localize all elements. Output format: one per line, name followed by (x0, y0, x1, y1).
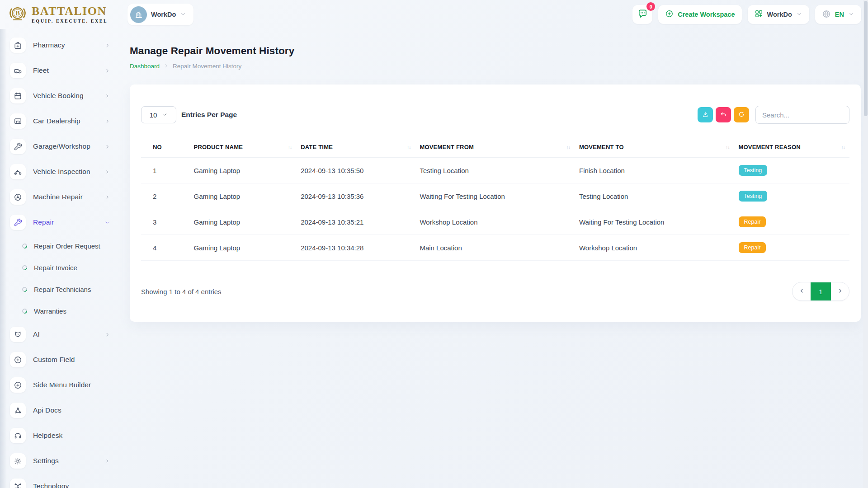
sidebar-item-machine-repair[interactable]: Machine Repair (10, 184, 118, 210)
chevron-left-icon (798, 287, 805, 296)
chevron-right-icon (104, 458, 110, 464)
sidebar-item-repair[interactable]: Repair (10, 210, 118, 235)
brand-tagline: EQUIP, EXECUTE, EXEL (32, 19, 108, 23)
table-actions (698, 106, 849, 124)
column-header-movement-to[interactable]: MOVEMENT TO↑↓ (575, 139, 734, 158)
submenu-bullet-icon (21, 286, 28, 292)
sidebar-item-api-docs[interactable]: Api Docs (10, 398, 118, 423)
cell-movement-reason: Repair (734, 235, 849, 261)
grid-plus-icon (755, 9, 763, 19)
sidebar-item-label: Car Dealership (33, 117, 97, 125)
sidebar-item-helpdesk[interactable]: Helpdesk (10, 423, 118, 448)
create-workspace-button[interactable]: Create Workspace (658, 5, 741, 24)
column-header-inner: MOVEMENT REASON↑↓ (739, 144, 845, 150)
sidebar-subitem-repair-invoice[interactable]: Repair Invoice (10, 257, 118, 278)
column-header-inner: MOVEMENT FROM↑↓ (420, 144, 570, 150)
sidebar-subitem-label: Repair Invoice (34, 264, 77, 272)
svg-text:B: B (15, 9, 20, 17)
cell-movement-to: Workshop Location (575, 235, 734, 261)
cell-movement-from: Workshop Location (415, 209, 575, 235)
sidebar-subitem-label: Warranties (34, 307, 66, 315)
sidebar-item-label: Api Docs (33, 406, 110, 414)
topbar-actions: 0 Create Workspace WorkDo EN (632, 5, 861, 24)
cell-product-name: Gaming Laptop (189, 183, 297, 209)
sidebar-item-pharmacy[interactable]: Pharmacy (10, 33, 118, 58)
machine-repair-icon (10, 189, 26, 205)
sidebar-item-ai[interactable]: AI (10, 322, 118, 347)
cell-no: 3 (141, 209, 189, 235)
column-header-movement-reason[interactable]: MOVEMENT REASON↑↓ (734, 139, 849, 158)
submenu-bullet-icon (21, 307, 28, 314)
sidebar-item-garage-workshop[interactable]: Garage/Workshop (10, 134, 118, 159)
page-title: Manage Repair Movement History (130, 45, 861, 57)
main-content: Manage Repair Movement History Dashboard… (118, 29, 868, 488)
column-header-date-time[interactable]: DATE TIME↑↓ (296, 139, 415, 158)
column-header-inner: MOVEMENT TO↑↓ (579, 144, 730, 150)
table-row: 3Gaming Laptop2024-09-13 10:35:21Worksho… (141, 209, 849, 235)
entries-per-page-label: Entries Per Page (181, 111, 237, 119)
technology-icon (10, 479, 26, 488)
column-label: MOVEMENT FROM (420, 144, 474, 150)
reason-badge: Repair (739, 216, 766, 227)
entries-summary: Showing 1 to 4 of 4 entries (141, 288, 222, 296)
cell-no: 1 (141, 158, 189, 183)
movement-history-table: NOPRODUCT NAME↑↓DATE TIME↑↓MOVEMENT FROM… (141, 139, 849, 261)
previous-page-button[interactable] (793, 282, 811, 300)
sidebar-item-label: Helpdesk (33, 432, 110, 440)
chevron-right-icon (104, 93, 110, 99)
sidebar-subitem-warranties[interactable]: Warranties (10, 300, 118, 322)
sidebar-item-side-menu-builder[interactable]: Side Menu Builder (10, 372, 118, 398)
column-header-inner: DATE TIME↑↓ (301, 144, 410, 150)
sidebar-subitem-label: Repair Technicians (34, 286, 91, 293)
search-input[interactable] (755, 106, 849, 124)
chevron-right-icon (104, 68, 110, 74)
language-selector[interactable]: EN (815, 5, 861, 24)
sidebar-item-vehicle-booking[interactable]: Vehicle Booking (10, 83, 118, 108)
vehicle-inspection-icon (10, 164, 26, 179)
chevron-right-icon (104, 169, 110, 175)
sidebar-item-fleet[interactable]: Fleet (10, 58, 118, 83)
table-footer: Showing 1 to 4 of 4 entries 1 (141, 282, 849, 301)
entries-per-page-select[interactable]: 10 (141, 106, 176, 123)
sidebar-item-label: Vehicle Booking (33, 92, 97, 100)
entries-per-page-value: 10 (150, 111, 157, 119)
cell-movement-to: Testing Location (575, 183, 734, 209)
table-header-row: NOPRODUCT NAME↑↓DATE TIME↑↓MOVEMENT FROM… (141, 139, 849, 158)
workdo-menu-label: WorkDo (767, 11, 792, 18)
table-row: 1Gaming Laptop2024-09-13 10:35:50Testing… (141, 158, 849, 183)
brand-logo[interactable]: B BATTALION EQUIP, EXECUTE, EXEL (7, 3, 121, 26)
sidebar-item-label: Machine Repair (33, 193, 97, 201)
page-number-active[interactable]: 1 (811, 282, 831, 300)
column-label: MOVEMENT TO (579, 144, 624, 150)
sidebar-subitem-repair-technicians[interactable]: Repair Technicians (10, 278, 118, 300)
sidebar-item-settings[interactable]: Settings (10, 448, 118, 474)
sidebar-item-label: Fleet (33, 66, 97, 75)
messages-button[interactable]: 0 (632, 5, 652, 24)
topbar: B BATTALION EQUIP, EXECUTE, EXEL WorkDo … (0, 0, 868, 29)
column-header-product-name[interactable]: PRODUCT NAME↑↓ (189, 139, 297, 158)
column-label: PRODUCT NAME (194, 144, 243, 150)
sidebar-subitem-repair-order-request[interactable]: Repair Order Request (10, 235, 118, 257)
column-header-no: NO (141, 139, 189, 158)
sidebar-item-technology[interactable]: Technology (10, 474, 118, 488)
refresh-button[interactable] (734, 107, 749, 122)
sidebar-item-custom-field[interactable]: Custom Field (10, 347, 118, 372)
table-body: 1Gaming Laptop2024-09-13 10:35:50Testing… (141, 158, 849, 261)
ai-icon (10, 327, 26, 342)
workdo-menu-button[interactable]: WorkDo (748, 5, 809, 24)
scrollbar-thumb[interactable] (864, 1, 868, 116)
sidebar-item-label: Technology (33, 482, 110, 488)
column-label: NO (153, 144, 162, 150)
column-header-movement-from[interactable]: MOVEMENT FROM↑↓ (415, 139, 575, 158)
next-page-button[interactable] (831, 282, 849, 300)
sidebar-item-vehicle-inspection[interactable]: Vehicle Inspection (10, 159, 118, 184)
cell-product-name: Gaming Laptop (189, 209, 297, 235)
workspace-selector[interactable]: WorkDo (127, 4, 193, 25)
export-download-button[interactable] (698, 107, 713, 122)
side-menu-builder-icon (10, 377, 26, 393)
sidebar-item-label: Repair (33, 218, 97, 226)
breadcrumb-dashboard-link[interactable]: Dashboard (130, 63, 160, 70)
undo-button[interactable] (716, 107, 731, 122)
brand-name: BATTALION (32, 5, 108, 17)
sidebar-item-car-dealership[interactable]: Car Dealership (10, 108, 118, 134)
